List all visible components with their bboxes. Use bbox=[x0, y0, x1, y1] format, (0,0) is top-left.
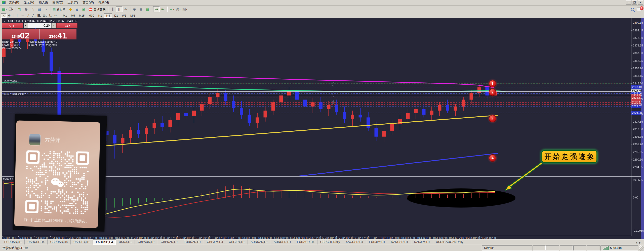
tab-USDJPY-H1[interactable]: USDJPY,H1 bbox=[71, 239, 93, 244]
templates-button[interactable]: ▧ bbox=[182, 6, 188, 12]
terminal-button[interactable]: ▤ bbox=[36, 6, 43, 12]
collapse-panel-icon[interactable]: ▲ bbox=[3, 20, 5, 23]
menu-帮[interactable]: 帮助(H) bbox=[96, 0, 111, 5]
tab-scroll-arrows: ◀ ▶ bbox=[635, 241, 644, 245]
tab-GBPNZD-H1[interactable]: GBPNZD,H1 bbox=[158, 239, 181, 244]
equidistant-tool[interactable]: ⌇E bbox=[48, 13, 53, 18]
menu-插[interactable]: 插入(I) bbox=[36, 0, 50, 5]
tab-GBPUSD-H4[interactable]: GBPUSD,H4 bbox=[48, 239, 71, 244]
market-watch-button[interactable]: ⇅ bbox=[16, 6, 23, 12]
tab-scroll-left-icon[interactable]: ◀ bbox=[635, 241, 637, 244]
menu-文[interactable]: 文件(F) bbox=[7, 0, 21, 5]
timeframe-MN[interactable]: MN bbox=[128, 13, 137, 18]
sell-order-line-label[interactable]: #70773618 sell 0.20 bbox=[4, 92, 27, 95]
tab-USDX-H1[interactable]: USDX,H1 bbox=[116, 239, 135, 244]
crosshair-tool[interactable]: ✛ bbox=[7, 13, 12, 18]
stoploss-line-label[interactable]: #70773618 sl bbox=[4, 80, 19, 83]
timeframe-M15[interactable]: M15 bbox=[77, 13, 87, 18]
new-order-button[interactable]: ▤ 新订单 bbox=[51, 6, 67, 12]
toolbar-separator bbox=[130, 7, 130, 12]
metaeditor-button[interactable]: ◆ bbox=[67, 6, 74, 12]
menu-显[interactable]: 显示(V) bbox=[21, 0, 36, 5]
tab-NZDJPY-H1[interactable]: NZDJPY,H1 bbox=[411, 239, 433, 244]
volume-up-button[interactable]: ▲ bbox=[52, 23, 56, 28]
pivot-label-H4: H4 bbox=[332, 81, 335, 84]
time-axis[interactable]: 6 Jun 20246 Jun 17:007 Jun 01:007 Jun 09… bbox=[2, 236, 631, 239]
autotrading-button[interactable]: ⛔ 自动交易 bbox=[87, 6, 107, 12]
restore-button[interactable]: ❐ bbox=[632, 1, 637, 5]
tab-GBPJPY-H4[interactable]: GBPJPY,H4 bbox=[204, 239, 226, 244]
new-chart-button[interactable]: ▦ bbox=[1, 6, 8, 12]
community-button[interactable]: ☻ bbox=[74, 6, 80, 12]
tab-AUDNZD-H1[interactable]: AUDNZD,H1 bbox=[248, 239, 271, 244]
tab-EURJPY-H1[interactable]: EURJPY,H1 bbox=[366, 239, 388, 244]
time-tick bbox=[336, 236, 337, 237]
timeframe-H1[interactable]: H1 bbox=[96, 13, 104, 18]
high-value: High= 2340.79 bbox=[2, 40, 20, 43]
chat-icon[interactable]: 1 bbox=[637, 8, 641, 11]
search-icon[interactable] bbox=[631, 8, 634, 11]
bid-quote[interactable]: 2340 02 bbox=[2, 29, 39, 39]
channel-tool[interactable]: ╱G bbox=[31, 13, 36, 18]
tab-XAUUSD-H4[interactable]: XAUUSD,H4 bbox=[93, 239, 116, 245]
candlestick-button[interactable]: ▯ bbox=[116, 6, 123, 12]
volume-input[interactable]: 0.20 bbox=[28, 23, 52, 28]
timeframe-D1[interactable]: D1 bbox=[112, 13, 120, 18]
chart-shift-button[interactable]: ⇤ bbox=[160, 6, 166, 12]
tab-NZDUSD-H1[interactable]: NZDUSD,H1 bbox=[388, 239, 411, 244]
tab-USDCHF-H4[interactable]: USDCHF,H4 bbox=[25, 239, 47, 244]
horizontal-line-tool[interactable]: ─ bbox=[20, 13, 25, 18]
minimize-button[interactable]: – bbox=[626, 1, 631, 5]
tab-EURAUD-H4[interactable]: EURAUD,H4 bbox=[294, 239, 317, 244]
menu-图[interactable]: 图表(C) bbox=[50, 0, 65, 5]
timeframe-M30[interactable]: M30 bbox=[87, 13, 96, 18]
timeframe-H4[interactable]: H4 bbox=[104, 13, 112, 18]
standard-toolbar: ▦ ❐ ⇅ ⊕ ☆ ▤ ◔ ▤ 新订单 ◆ ☻ ◉ ⛔ 自动交易 ⫼ ▯ ∿ ⊕… bbox=[0, 6, 644, 13]
signals-button[interactable]: ◉ bbox=[80, 6, 87, 12]
data-window-button[interactable]: ⊕ bbox=[23, 6, 29, 12]
status-profile[interactable]: Default bbox=[482, 245, 532, 250]
price-tick: 2306.75 bbox=[633, 135, 643, 138]
tab-EURUSD-H1[interactable]: EURUSD,H1 bbox=[2, 239, 25, 244]
tab-AUDUSD-H1[interactable]: AUDUSD,H1 bbox=[271, 239, 294, 244]
tab-USOIL-AUG24-Daily[interactable]: USOIL.AUG24,Daily bbox=[433, 239, 466, 244]
zoom-out-button[interactable]: ⊖ bbox=[138, 6, 144, 12]
line-chart-button[interactable]: ∿ bbox=[123, 6, 129, 12]
periods-button[interactable]: ◷ bbox=[175, 6, 182, 12]
tab-GBPCHF-Daily[interactable]: GBPCHF,Daily bbox=[317, 239, 343, 244]
timeframe-M5[interactable]: M5 bbox=[69, 13, 77, 18]
resize-grip[interactable] bbox=[639, 245, 643, 250]
timeframe-W1[interactable]: W1 bbox=[120, 13, 128, 18]
tab-CHFJPY-H1[interactable]: CHFJPY,H1 bbox=[226, 239, 248, 244]
strategy-tester-button[interactable]: ◔ bbox=[43, 6, 49, 12]
tab-GBPAUD-H1[interactable]: GBPAUD,H1 bbox=[135, 239, 158, 244]
cursor-tool[interactable]: ↖ bbox=[1, 13, 7, 18]
auto-scroll-button[interactable]: ⇥ bbox=[153, 6, 160, 12]
zoom-in-button[interactable]: ⊕ bbox=[131, 6, 138, 12]
ask-quote[interactable]: 2340 41 bbox=[39, 29, 76, 39]
tab-EURNZD-H1[interactable]: EURNZD,H1 bbox=[181, 239, 204, 244]
indicators-button[interactable]: ＋ bbox=[169, 6, 175, 12]
price-tick: 2290.10 bbox=[633, 158, 643, 161]
close-button[interactable]: × bbox=[638, 1, 643, 5]
fibonacci-channel-tool[interactable]: ▤F bbox=[42, 13, 48, 18]
volume-stepper: ▼ 0.20 ▲ bbox=[24, 23, 56, 28]
menu-窗[interactable]: 窗口(W) bbox=[80, 0, 96, 5]
tab-scroll-right-icon[interactable]: ▶ bbox=[639, 241, 641, 244]
tile-windows-button[interactable]: ▦ bbox=[144, 6, 151, 12]
buy-button[interactable]: BUY bbox=[56, 23, 77, 28]
tab-XAGUSD-H4[interactable]: XAGUSD,H4 bbox=[343, 239, 366, 244]
menu-工[interactable]: 工具(T) bbox=[65, 0, 80, 5]
fibonacci-tool[interactable]: ☰F bbox=[36, 13, 42, 18]
profiles-button[interactable]: ❐ bbox=[8, 6, 14, 12]
bar-chart-button[interactable]: ⫼ bbox=[109, 6, 116, 12]
fan-tool[interactable]: ≪ bbox=[53, 13, 59, 18]
timeframe-M1[interactable]: M1 bbox=[61, 13, 69, 18]
sell-button[interactable]: SELL bbox=[2, 23, 23, 28]
navigator-button[interactable]: ☆ bbox=[29, 6, 36, 12]
volume-down-button[interactable]: ▼ bbox=[24, 23, 28, 28]
trendline-tool[interactable]: ╱ bbox=[25, 13, 31, 18]
vertical-line-tool[interactable]: ❘ bbox=[14, 13, 20, 18]
qr-contact-name: 方萍萍 bbox=[45, 136, 61, 144]
qr-caption: 扫一扫上面的二维码图案，加我为朋友。 bbox=[14, 217, 98, 224]
